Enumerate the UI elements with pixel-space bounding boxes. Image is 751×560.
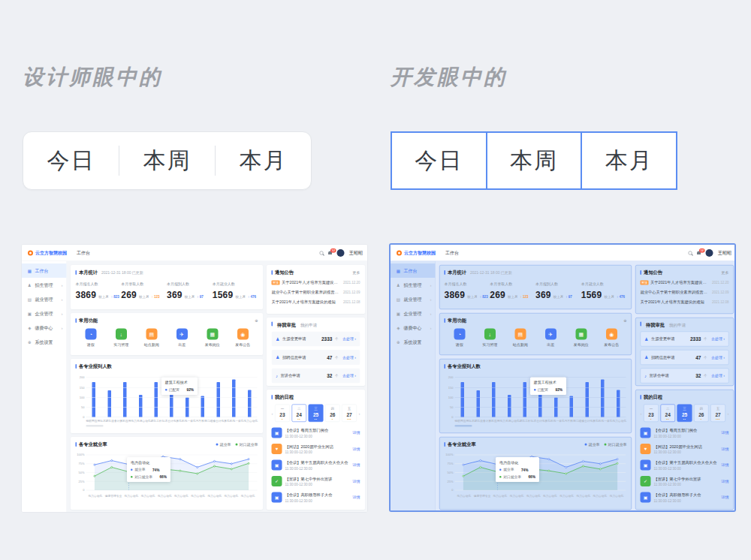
day-chip-24[interactable]: 二24•• (660, 405, 675, 423)
chevron-left-icon[interactable]: ‹ (641, 411, 642, 416)
chart-scrollbar[interactable] (86, 425, 104, 427)
schedule-item[interactable]: ▣【会议】高职领导班子大会11:30:00-12:30:00详情 (272, 492, 360, 503)
detail-link[interactable]: 详情 (722, 479, 729, 484)
notice-item[interactable]: 就业中心关于第十期职业素养训练营开营通...2021.12.09 (272, 290, 360, 295)
notice-item[interactable]: 关于2021年人才培养方案建设的通知2021.12.08 (641, 300, 729, 305)
handle-link[interactable]: 去处理 › (342, 373, 356, 378)
day-chip-26[interactable]: 四26• (694, 405, 709, 423)
quick-action-publish-notice[interactable]: ◉发布公告 (596, 329, 627, 348)
quick-action-site-news[interactable]: ▤站点新闻 (505, 329, 536, 348)
detail-link[interactable]: 详情 (353, 462, 360, 468)
quick-action-publish-job[interactable]: ▦发布岗位 (198, 329, 228, 348)
sidebar-item-workbench[interactable]: ▦工作台 (22, 263, 67, 278)
quick-action-leave[interactable]: ◔请假 (445, 329, 475, 348)
quick-action-leave[interactable]: ◔请假 (76, 329, 107, 348)
schedule-item[interactable]: ▣【会议】每周五部门例会11:30:00-12:30:00详情 (272, 428, 360, 438)
day-chip-27[interactable]: 五27••• (342, 405, 357, 423)
notice-item[interactable]: 就业中心关于第十期职业素养训练营开营通...2021.12.09 (641, 290, 729, 295)
bar-chart[interactable]: 建筑工程技术 已配置92% 050100150200 (86, 374, 258, 417)
settings-gear-icon[interactable]: ⊕ (255, 318, 258, 323)
detail-link[interactable]: 详情 (353, 479, 360, 484)
detail-link[interactable]: 详情 (722, 462, 729, 468)
handle-link[interactable]: 去处理 › (711, 336, 725, 342)
schedule-item[interactable]: ▣【会议】高职领导班子大会11:30:00-12:30:00详情 (641, 492, 729, 503)
sidebar-item-admissions[interactable]: ♟招生管理› (22, 278, 67, 292)
detail-link[interactable]: 详情 (353, 430, 360, 435)
chart-scrollbar[interactable] (455, 425, 472, 427)
tab-week[interactable]: 本周 (486, 131, 583, 190)
chevron-right-icon[interactable]: › (727, 411, 728, 416)
day-chip-23[interactable]: 一23• (644, 405, 659, 423)
notice-item[interactable]: 置顶关于2021年人才培养方案建设的通知2021.12.20 (641, 280, 729, 285)
approval-row[interactable]: ♪宣讲会申请32个去处理 › (272, 369, 360, 384)
notice-item[interactable]: 置顶关于2021年人才培养方案建设的通知2021.12.20 (272, 280, 360, 285)
detail-link[interactable]: 详情 (722, 495, 729, 500)
sidebar-item-workbench[interactable]: ▦工作台 (391, 263, 436, 278)
tab-pending-approvals[interactable]: 待我审批 (646, 322, 665, 329)
avatar[interactable] (337, 249, 345, 257)
sidebar-item-employment[interactable]: ▤就业管理› (391, 292, 436, 306)
detail-link[interactable]: 详情 (722, 430, 729, 435)
detail-link[interactable]: 详情 (722, 447, 729, 452)
detail-link[interactable]: 详情 (353, 447, 360, 452)
avatar[interactable] (706, 249, 713, 257)
chevron-left-icon[interactable]: ‹ (272, 411, 273, 416)
approval-row[interactable]: ♟生源变更申请2333个去处理 › (272, 332, 360, 347)
notification-bell[interactable]: 12 (697, 251, 701, 255)
quick-action-publish-notice[interactable]: ◉发布公告 (228, 329, 258, 348)
legend-item[interactable]: 就业率 (585, 441, 600, 447)
bar-chart[interactable]: 建筑工程技术 已配置92% 050100150200 (455, 374, 626, 417)
handle-link[interactable]: 去处理 › (711, 373, 725, 378)
schedule-item[interactable]: ♥【回访】2020届毕业生回访11:30:00-12:30:00详情 (641, 444, 729, 454)
schedule-item[interactable]: ✓【宣讲】第七中学外出宣讲11:30:00-12:30:00详情 (641, 476, 729, 486)
chevron-right-icon[interactable]: › (358, 411, 360, 416)
settings-gear-icon[interactable]: ⊕ (623, 318, 626, 323)
quick-action-internship[interactable]: ↓实习管理 (475, 329, 505, 348)
tab-pending-approvals[interactable]: 待我审批 (277, 322, 296, 329)
legend-item[interactable]: 对口就业率 (236, 441, 258, 447)
legend-item[interactable]: 就业率 (216, 441, 231, 447)
search-icon[interactable] (689, 251, 692, 254)
line-chart[interactable]: 电力自动化 就业率74%对口就业率66% 025%50%75%100% (86, 451, 258, 493)
search-icon[interactable] (320, 251, 324, 254)
day-chip-27[interactable]: 五27••• (710, 405, 725, 423)
day-chip-24[interactable]: 二24•• (291, 405, 306, 423)
more-link[interactable]: 更多 (722, 269, 729, 275)
tab-month[interactable]: 本月 (216, 146, 311, 176)
sidebar-item-payment[interactable]: ◈缴费中心› (22, 321, 67, 335)
detail-link[interactable]: 详情 (353, 495, 360, 500)
legend-item[interactable]: 对口就业率 (605, 441, 627, 447)
handle-link[interactable]: 去处理 › (342, 336, 356, 342)
quick-action-business-trip[interactable]: ✈出差 (535, 329, 566, 348)
tab-week[interactable]: 本周 (119, 146, 215, 176)
sidebar-item-employment[interactable]: ▤就业管理› (22, 292, 67, 306)
sidebar-item-settings[interactable]: ⊕系统设置 (391, 335, 436, 349)
day-chip-26[interactable]: 四26• (325, 405, 340, 423)
tab-my-applications[interactable]: 我的申请 (669, 322, 686, 328)
sidebar-item-enterprise[interactable]: ▣企业管理› (391, 306, 436, 321)
tab-my-applications[interactable]: 我的申请 (300, 322, 317, 328)
schedule-item[interactable]: ✓【宣讲】第七中学外出宣讲11:30:00-12:30:00详情 (272, 476, 360, 486)
notice-item[interactable]: 关于2021年人才培养方案建设的通知2021.12.08 (272, 300, 360, 305)
quick-action-site-news[interactable]: ▤站点新闻 (137, 329, 167, 348)
line-chart[interactable]: 电力自动化 就业率74%对口就业率66% 025%50%75%100% (455, 451, 626, 493)
sidebar-item-admissions[interactable]: ♟招生管理› (391, 278, 436, 292)
handle-link[interactable]: 去处理 › (711, 355, 725, 360)
day-chip-23[interactable]: 一23• (275, 405, 290, 423)
schedule-item[interactable]: ▣【会议】每周五部门例会11:30:00-12:30:00详情 (641, 428, 729, 438)
day-chip-25[interactable]: 三25•• (677, 405, 692, 423)
quick-action-business-trip[interactable]: ✈出差 (167, 329, 198, 348)
handle-link[interactable]: 去处理 › (342, 355, 356, 360)
quick-action-publish-job[interactable]: ▦发布岗位 (566, 329, 597, 348)
tab-today[interactable]: 今日 (391, 131, 487, 190)
sidebar-item-settings[interactable]: ⊕系统设置 (22, 335, 67, 349)
tab-today[interactable]: 今日 (23, 146, 119, 176)
approval-row[interactable]: ♪宣讲会申请32个去处理 › (641, 369, 729, 384)
tab-month[interactable]: 本月 (581, 131, 677, 190)
approval-row[interactable]: ♟生源变更申请2333个去处理 › (641, 332, 729, 347)
approval-row[interactable]: ♟招聘信息申请47个去处理 › (272, 350, 360, 365)
schedule-item[interactable]: ▣【会议】第十五届高职大会大会大会11:30:00-12:30:00详情 (641, 460, 729, 471)
schedule-item[interactable]: ▣【会议】第十五届高职大会大会大会11:30:00-12:30:00详情 (272, 460, 360, 471)
quick-action-internship[interactable]: ↓实习管理 (106, 329, 137, 348)
more-link[interactable]: 更多 (353, 269, 360, 275)
